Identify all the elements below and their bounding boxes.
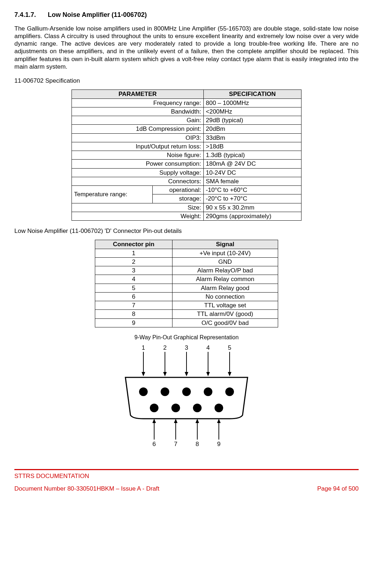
- pin-label: 2: [163, 344, 166, 351]
- pin-label: 7: [174, 441, 177, 447]
- param-cell: Frequency range:: [72, 98, 204, 107]
- pin-cell: 1: [95, 249, 172, 257]
- pin-table: Connector pin Signal 1+Ve input (10-24V)…: [95, 240, 278, 327]
- value-cell: 33dBm: [203, 133, 301, 142]
- table-row: Weight:290gms (approximately): [72, 212, 301, 220]
- signal-cell: TTL voltage set: [172, 301, 278, 310]
- diagram-title: 9-Way Pin-Out Graphical Representation: [14, 334, 359, 341]
- heading-title: Low Noise Amplifier (11-006702): [48, 11, 147, 18]
- pin-dot-icon: [215, 404, 223, 412]
- header-signal: Signal: [172, 240, 278, 249]
- pin-cell: 3: [95, 266, 172, 275]
- param-cell: Gain:: [72, 116, 204, 125]
- param-cell: Weight:: [72, 212, 204, 220]
- signal-cell: Alarm Relay common: [172, 275, 278, 284]
- value-cell: >18dB: [203, 142, 301, 151]
- param-cell: Power consumption:: [72, 160, 204, 168]
- table-row: 8TTL alarm/0V (good): [95, 310, 278, 318]
- footer-doc-number: Document Number 80-330501HBKM – Issue A …: [14, 485, 159, 492]
- param-cell: 1dB Compression point:: [72, 125, 204, 133]
- table-row: 1dB Compression point:20dBm: [72, 125, 301, 133]
- table-row: 4Alarm Relay common: [95, 275, 278, 284]
- pin-label: 4: [206, 344, 209, 351]
- spec-title: 11-006702 Specification: [14, 77, 359, 84]
- body-paragraph: The Gallium-Arsenide low noise amplifier…: [14, 25, 359, 71]
- pin-dot-icon: [139, 387, 148, 396]
- table-row: Noise figure:1.3dB (typical): [72, 151, 301, 160]
- pin-dot-icon: [225, 387, 234, 396]
- temp-st-value: -20°C to +70°C: [203, 194, 301, 203]
- pin-cell: 2: [95, 257, 172, 266]
- pin-cell: 5: [95, 284, 172, 292]
- pin-dot-icon: [182, 387, 191, 396]
- value-cell: 800 – 1000MHz: [203, 98, 301, 107]
- table-row: Gain:29dB (typical): [72, 116, 301, 125]
- table-row: Temperature range: operational: -10°C to…: [72, 186, 301, 194]
- pin-dot-icon: [193, 404, 202, 412]
- table-row: Frequency range:800 – 1000MHz: [72, 98, 301, 107]
- temp-range-label: Temperature range:: [72, 186, 153, 203]
- pin-dot-icon: [150, 404, 158, 412]
- signal-cell: Alarm RelayO/P bad: [172, 266, 278, 275]
- connector-diagram: 12345 6789: [118, 343, 255, 447]
- arrow-head-icon: [228, 372, 231, 376]
- table-row: 2GND: [95, 257, 278, 266]
- section-heading: 7.4.1.7. Low Noise Amplifier (11-006702): [14, 11, 359, 19]
- value-cell: 1.3dB (typical): [203, 151, 301, 160]
- signal-cell: TTL alarm/0V (good): [172, 310, 278, 318]
- spec-table: PARAMETER SPECIFICATION Frequency range:…: [72, 89, 301, 221]
- footer-page-number: Page 94 of 500: [317, 485, 359, 492]
- table-row: Input/Output return loss:>18dB: [72, 142, 301, 151]
- header-spec: SPECIFICATION: [203, 90, 301, 98]
- pin-dot-icon: [204, 387, 212, 396]
- table-row: 1+Ve input (10-24V): [95, 249, 278, 257]
- header-pin: Connector pin: [95, 240, 172, 249]
- footer-divider: [14, 469, 359, 470]
- value-cell: <200MHz: [203, 107, 301, 116]
- arrow-head-icon: [152, 419, 156, 423]
- signal-cell: No connection: [172, 292, 278, 301]
- arrow-head-icon: [163, 372, 167, 376]
- table-row: 6No connection: [95, 292, 278, 301]
- table-row: Power consumption:180mA @ 24V DC: [72, 160, 301, 168]
- table-row: 5Alarm Relay good: [95, 284, 278, 292]
- arrow-head-icon: [217, 419, 221, 423]
- param-cell: Noise figure:: [72, 151, 204, 160]
- pin-label: 5: [228, 344, 231, 351]
- param-cell: OIP3:: [72, 133, 204, 142]
- table-row: 3Alarm RelayO/P bad: [95, 266, 278, 275]
- connector-body-icon: [125, 377, 248, 419]
- table-row: Supply voltage:10-24V DC: [72, 168, 301, 177]
- arrow-head-icon: [142, 372, 145, 376]
- value-cell: 290gms (approximately): [203, 212, 301, 220]
- signal-cell: +Ve input (10-24V): [172, 249, 278, 257]
- value-cell: 180mA @ 24V DC: [203, 160, 301, 168]
- temp-op-label: operational:: [152, 186, 203, 194]
- pin-dot-icon: [161, 387, 169, 396]
- pin-cell: 9: [95, 318, 172, 327]
- param-cell: Size:: [72, 203, 204, 212]
- pin-label: 6: [152, 441, 156, 447]
- arrow-head-icon: [174, 419, 178, 423]
- table-row: Bandwidth:<200MHz: [72, 107, 301, 116]
- footer: STTRS DOCUMENTATION Document Number 80-3…: [14, 472, 359, 493]
- pin-label: 1: [142, 344, 145, 351]
- pin-label: 3: [185, 344, 188, 351]
- signal-cell: GND: [172, 257, 278, 266]
- table-header-row: Connector pin Signal: [95, 240, 278, 249]
- footer-line1: STTRS DOCUMENTATION: [14, 472, 359, 480]
- value-cell: 20dBm: [203, 125, 301, 133]
- table-row: OIP3:33dBm: [72, 133, 301, 142]
- pin-label: 9: [217, 441, 220, 447]
- temp-op-value: -10°C to +60°C: [203, 186, 301, 194]
- table-row: Size:90 x 55 x 30.2mm: [72, 203, 301, 212]
- value-cell: SMA female: [203, 177, 301, 185]
- table-row: 7TTL voltage set: [95, 301, 278, 310]
- table-header-row: PARAMETER SPECIFICATION: [72, 90, 301, 98]
- pin-cell: 7: [95, 301, 172, 310]
- param-cell: Input/Output return loss:: [72, 142, 204, 151]
- table-row: Connectors:SMA female: [72, 177, 301, 185]
- value-cell: 10-24V DC: [203, 168, 301, 177]
- pin-label: 8: [195, 441, 199, 447]
- param-cell: Connectors:: [72, 177, 204, 185]
